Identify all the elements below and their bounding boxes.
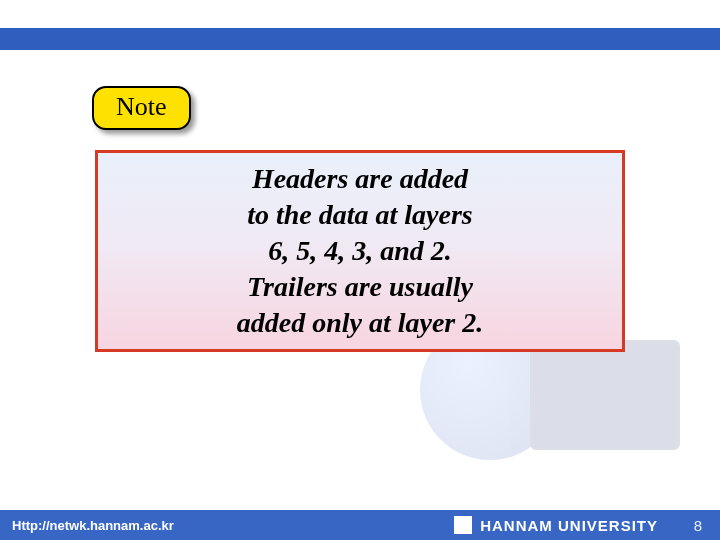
monitor-icon: [530, 340, 680, 450]
content-line: to the data at layers: [247, 197, 473, 233]
footer-bar: Http://netwk.hannam.ac.kr HANNAM UNIVERS…: [0, 510, 720, 540]
footer-url: Http://netwk.hannam.ac.kr: [0, 518, 174, 533]
university-name: HANNAM UNIVERSITY: [480, 517, 658, 534]
university-logo-icon: [454, 516, 472, 534]
note-label: Note: [116, 92, 167, 121]
content-line: Trailers are usually: [247, 269, 473, 305]
top-bar: [0, 28, 720, 50]
page-number: 8: [694, 517, 702, 534]
content-line: Headers are added: [252, 161, 468, 197]
content-line: added only at layer 2.: [237, 305, 484, 341]
content-box: Headers are added to the data at layers …: [95, 150, 625, 352]
content-line: 6, 5, 4, 3, and 2.: [268, 233, 452, 269]
footer-branding: HANNAM UNIVERSITY: [454, 516, 658, 534]
note-badge: Note: [92, 86, 191, 130]
